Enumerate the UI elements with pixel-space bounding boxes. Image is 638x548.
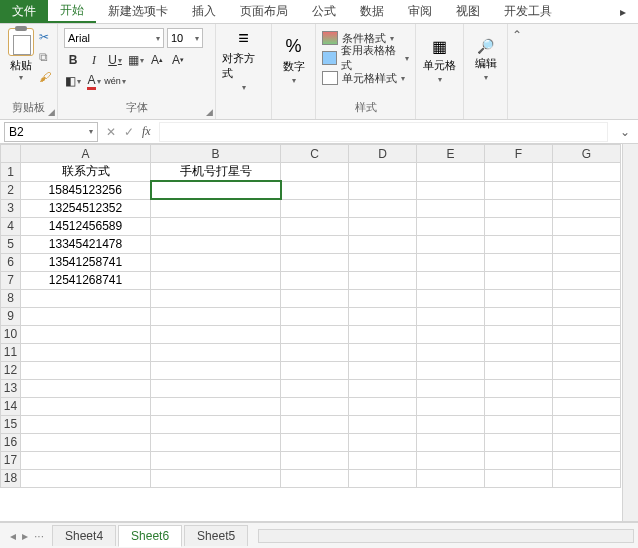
cell-C18[interactable] xyxy=(281,469,349,487)
font-name-select[interactable]: Arial▾ xyxy=(64,28,164,48)
col-header-B[interactable]: B xyxy=(151,145,281,163)
cell-A13[interactable] xyxy=(21,379,151,397)
row-header-8[interactable]: 8 xyxy=(1,289,21,307)
cell-A6[interactable]: 13541258741 xyxy=(21,253,151,271)
cell-G16[interactable] xyxy=(553,433,621,451)
cell-D5[interactable] xyxy=(349,235,417,253)
cell-D15[interactable] xyxy=(349,415,417,433)
cell-E6[interactable] xyxy=(417,253,485,271)
sheet-nav-prev[interactable]: ◂ xyxy=(10,529,16,543)
cell-E13[interactable] xyxy=(417,379,485,397)
tab-newtab[interactable]: 新建选项卡 xyxy=(96,0,180,23)
cell-D11[interactable] xyxy=(349,343,417,361)
cell-A15[interactable] xyxy=(21,415,151,433)
cell-E9[interactable] xyxy=(417,307,485,325)
alignment-button[interactable]: ≡ 对齐方式 ▾ xyxy=(222,28,265,92)
grow-font-button[interactable]: A▴ xyxy=(148,51,166,69)
cell-E5[interactable] xyxy=(417,235,485,253)
cell-D16[interactable] xyxy=(349,433,417,451)
row-header-11[interactable]: 11 xyxy=(1,343,21,361)
cell-C5[interactable] xyxy=(281,235,349,253)
col-header-E[interactable]: E xyxy=(417,145,485,163)
cell-C10[interactable] xyxy=(281,325,349,343)
sheet-tab-sheet6[interactable]: Sheet6 xyxy=(118,525,182,547)
cell-G5[interactable] xyxy=(553,235,621,253)
paste-button[interactable]: 粘贴 ▾ xyxy=(6,28,35,84)
cell-F17[interactable] xyxy=(485,451,553,469)
cell-B5[interactable] xyxy=(151,235,281,253)
copy-icon[interactable]: ⧉ xyxy=(39,50,51,64)
cell-D2[interactable] xyxy=(349,181,417,199)
cell-B14[interactable] xyxy=(151,397,281,415)
cell-A17[interactable] xyxy=(21,451,151,469)
cell-E4[interactable] xyxy=(417,217,485,235)
number-button[interactable]: % 数字 ▾ xyxy=(278,28,309,92)
cell-B15[interactable] xyxy=(151,415,281,433)
cell-B8[interactable] xyxy=(151,289,281,307)
table-format-button[interactable]: 套用表格格式▾ xyxy=(322,48,409,68)
row-header-14[interactable]: 14 xyxy=(1,397,21,415)
row-header-4[interactable]: 4 xyxy=(1,217,21,235)
tab-layout[interactable]: 页面布局 xyxy=(228,0,300,23)
edit-button[interactable]: 🔎 编辑 ▾ xyxy=(470,28,501,92)
shrink-font-button[interactable]: A▾ xyxy=(169,51,187,69)
name-box[interactable]: B2▾ xyxy=(4,122,98,142)
dialog-launcher-icon[interactable]: ◢ xyxy=(206,107,213,117)
row-header-9[interactable]: 9 xyxy=(1,307,21,325)
cell-A11[interactable] xyxy=(21,343,151,361)
cell-F16[interactable] xyxy=(485,433,553,451)
cell-B6[interactable] xyxy=(151,253,281,271)
underline-button[interactable]: U▾ xyxy=(106,51,124,69)
cell-D8[interactable] xyxy=(349,289,417,307)
cell-B3[interactable] xyxy=(151,199,281,217)
col-header-C[interactable]: C xyxy=(281,145,349,163)
cell-G15[interactable] xyxy=(553,415,621,433)
cell-B2[interactable] xyxy=(151,181,281,199)
cell-B1[interactable]: 手机号打星号 xyxy=(151,163,281,182)
cell-G18[interactable] xyxy=(553,469,621,487)
cell-D17[interactable] xyxy=(349,451,417,469)
collapse-ribbon-button[interactable]: ⌃ xyxy=(508,24,526,119)
sheet-tab-sheet4[interactable]: Sheet4 xyxy=(52,525,116,546)
cell-E1[interactable] xyxy=(417,163,485,182)
cell-C13[interactable] xyxy=(281,379,349,397)
cell-F13[interactable] xyxy=(485,379,553,397)
cell-E18[interactable] xyxy=(417,469,485,487)
row-header-7[interactable]: 7 xyxy=(1,271,21,289)
tab-data[interactable]: 数据 xyxy=(348,0,396,23)
cell-B17[interactable] xyxy=(151,451,281,469)
cell-F10[interactable] xyxy=(485,325,553,343)
col-header-F[interactable]: F xyxy=(485,145,553,163)
cell-D18[interactable] xyxy=(349,469,417,487)
cell-E7[interactable] xyxy=(417,271,485,289)
cell-E17[interactable] xyxy=(417,451,485,469)
cell-F18[interactable] xyxy=(485,469,553,487)
cell-C15[interactable] xyxy=(281,415,349,433)
cell-A8[interactable] xyxy=(21,289,151,307)
cell-B12[interactable] xyxy=(151,361,281,379)
cell-D13[interactable] xyxy=(349,379,417,397)
cell-A18[interactable] xyxy=(21,469,151,487)
cell-A7[interactable]: 12541268741 xyxy=(21,271,151,289)
cell-B16[interactable] xyxy=(151,433,281,451)
row-header-5[interactable]: 5 xyxy=(1,235,21,253)
cell-G4[interactable] xyxy=(553,217,621,235)
cell-F14[interactable] xyxy=(485,397,553,415)
cell-A14[interactable] xyxy=(21,397,151,415)
cell-C16[interactable] xyxy=(281,433,349,451)
cell-E2[interactable] xyxy=(417,181,485,199)
select-all-cell[interactable] xyxy=(1,145,21,163)
cell-C14[interactable] xyxy=(281,397,349,415)
sheet-nav-next[interactable]: ▸ xyxy=(22,529,28,543)
cell-F15[interactable] xyxy=(485,415,553,433)
row-header-16[interactable]: 16 xyxy=(1,433,21,451)
row-header-2[interactable]: 2 xyxy=(1,181,21,199)
cell-B7[interactable] xyxy=(151,271,281,289)
cell-F1[interactable] xyxy=(485,163,553,182)
fx-icon[interactable]: fx xyxy=(142,124,151,139)
cell-D7[interactable] xyxy=(349,271,417,289)
cell-A3[interactable]: 13254512352 xyxy=(21,199,151,217)
cell-G13[interactable] xyxy=(553,379,621,397)
cut-icon[interactable]: ✂ xyxy=(39,30,51,44)
cell-A4[interactable]: 14512456589 xyxy=(21,217,151,235)
